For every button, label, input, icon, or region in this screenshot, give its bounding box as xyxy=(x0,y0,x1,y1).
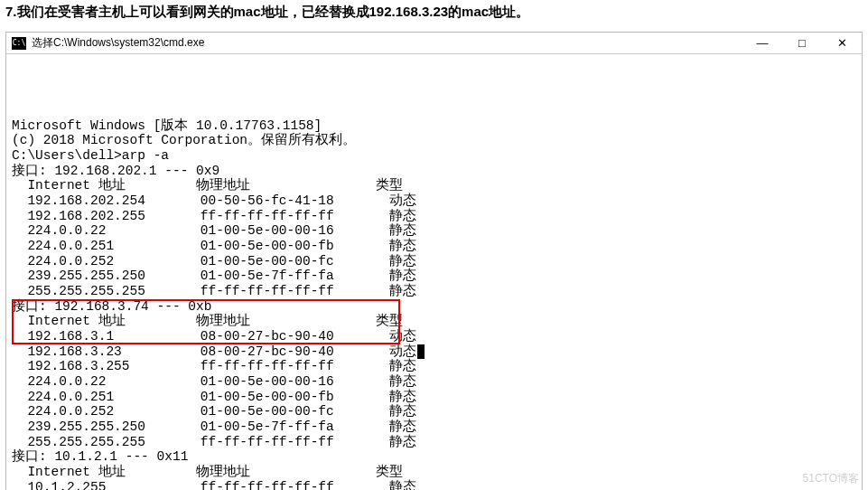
cmd-icon: C:\ xyxy=(12,37,26,50)
terminal-line: 224.0.0.252 01-00-5e-00-00-fc 静态 xyxy=(12,254,856,269)
window-title: 选择C:\Windows\system32\cmd.exe xyxy=(32,35,204,51)
watermark: 51CTO博客 xyxy=(803,471,859,486)
terminal-line: 224.0.0.22 01-00-5e-00-00-16 静态 xyxy=(12,223,856,239)
terminal-line: 224.0.0.252 01-00-5e-00-00-fc 静态 xyxy=(12,404,856,419)
terminal-line: Internet 地址 物理地址 类型 xyxy=(12,314,856,329)
terminal-line: C:\Users\dell>arp -a xyxy=(12,148,856,164)
terminal-line: 接口: 192.168.3.74 --- 0xb xyxy=(12,299,856,315)
terminal-line: 255.255.255.255 ff-ff-ff-ff-ff-ff 静态 xyxy=(12,284,856,299)
titlebar[interactable]: C:\ 选择C:\Windows\system32\cmd.exe — □ ✕ xyxy=(6,33,862,54)
terminal-line: 接口: 192.168.202.1 --- 0x9 xyxy=(12,164,856,179)
terminal-line: 接口: 10.1.2.1 --- 0x11 xyxy=(12,449,856,465)
terminal-line: Internet 地址 物理地址 类型 xyxy=(12,465,856,480)
terminal-line: 239.255.255.250 01-00-5e-7f-ff-fa 静态 xyxy=(12,269,856,284)
terminal-line: 224.0.0.251 01-00-5e-00-00-fb 静态 xyxy=(12,239,856,254)
terminal-line: Microsoft Windows [版本 10.0.17763.1158] xyxy=(12,118,856,134)
terminal-line: Internet 地址 物理地址 类型 xyxy=(12,178,856,193)
terminal-line: (c) 2018 Microsoft Corporation。保留所有权利。 xyxy=(12,133,856,148)
terminal-body[interactable]: Microsoft Windows [版本 10.0.17763.1158](c… xyxy=(6,54,862,490)
terminal-line: 192.168.3.23 08-00-27-bc-90-40 动态 xyxy=(12,344,856,360)
text-cursor xyxy=(417,344,425,359)
cmd-window: C:\ 选择C:\Windows\system32\cmd.exe — □ ✕ … xyxy=(5,32,863,490)
terminal-line: 255.255.255.255 ff-ff-ff-ff-ff-ff 静态 xyxy=(12,435,856,450)
titlebar-left: C:\ 选择C:\Windows\system32\cmd.exe xyxy=(6,35,204,51)
terminal-line: 10.1.2.255 ff-ff-ff-ff-ff-ff 静态 xyxy=(12,480,856,490)
page-heading: 7.我们在受害者主机上可以看到网关的mac地址，已经替换成192.168.3.2… xyxy=(0,0,868,32)
minimize-button[interactable]: — xyxy=(742,33,782,54)
terminal-line: 239.255.255.250 01-00-5e-7f-ff-fa 静态 xyxy=(12,419,856,435)
close-button[interactable]: ✕ xyxy=(822,33,862,54)
terminal-line: 192.168.202.254 00-50-56-fc-41-18 动态 xyxy=(12,193,856,209)
terminal-line: 192.168.3.1 08-00-27-bc-90-40 动态 xyxy=(12,329,856,344)
maximize-button[interactable]: □ xyxy=(782,33,822,54)
terminal-line: 224.0.0.251 01-00-5e-00-00-fb 静态 xyxy=(12,390,856,405)
terminal-line: 224.0.0.22 01-00-5e-00-00-16 静态 xyxy=(12,374,856,390)
terminal-line: 192.168.3.255 ff-ff-ff-ff-ff-ff 静态 xyxy=(12,359,856,374)
terminal-line: 192.168.202.255 ff-ff-ff-ff-ff-ff 静态 xyxy=(12,209,856,224)
window-controls: — □ ✕ xyxy=(742,33,862,54)
